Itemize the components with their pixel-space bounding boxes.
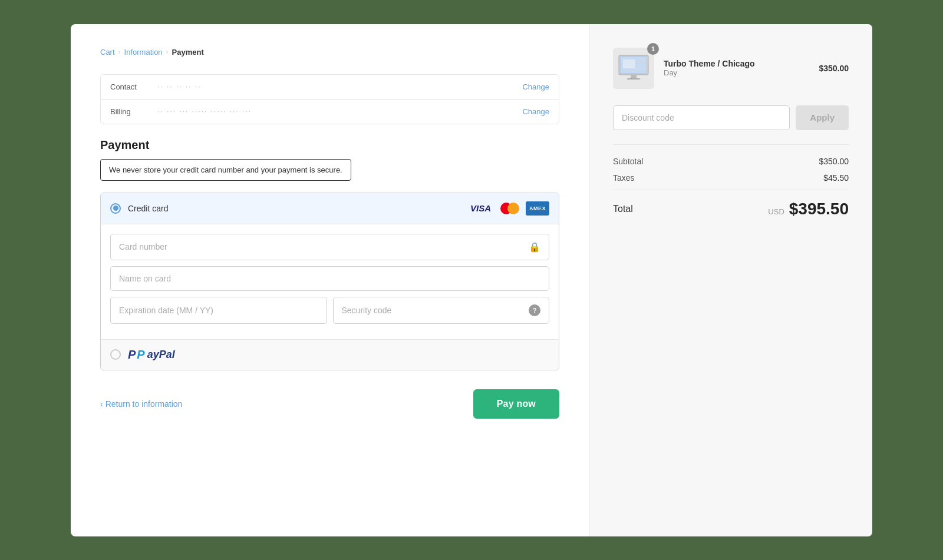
info-box: Contact ·· ·· ·· ·· ·· Change Billing ··… — [100, 74, 559, 124]
return-to-information-label: Return to information — [105, 399, 183, 409]
expiry-input[interactable] — [119, 306, 318, 315]
paypal-option[interactable]: P P ayPal — [101, 339, 559, 370]
paypal-radio[interactable] — [110, 349, 121, 360]
contact-change-link[interactable]: Change — [522, 82, 549, 91]
mastercard-logo — [497, 201, 522, 216]
svg-rect-6 — [636, 59, 645, 64]
right-panel: 1 Turbo Theme / Chicago Day $350.00 Appl… — [589, 24, 872, 536]
return-to-information-link[interactable]: ‹ Return to information — [100, 399, 182, 409]
svg-rect-3 — [631, 75, 637, 78]
total-row: Total USD $395.50 — [613, 200, 849, 218]
product-price: $350.00 — [819, 64, 849, 73]
left-footer: ‹ Return to information Pay now — [100, 389, 559, 419]
breadcrumb-current: Payment — [172, 48, 204, 57]
total-amount: $395.50 — [789, 200, 849, 218]
product-name: Turbo Theme / Chicago — [664, 59, 809, 68]
discount-row: Apply — [613, 105, 849, 130]
paypal-logo: P P ayPal — [128, 348, 175, 362]
product-info: Turbo Theme / Chicago Day — [664, 59, 809, 77]
breadcrumb-sep-1: › — [118, 48, 121, 56]
credit-card-option[interactable]: Credit card VISA AMEX — [101, 193, 559, 224]
mc-right-circle — [507, 203, 519, 214]
checkout-container: Cart › Information › Payment Contact ·· … — [71, 24, 872, 536]
product-row: 1 Turbo Theme / Chicago Day $350.00 — [613, 48, 849, 89]
breadcrumb: Cart › Information › Payment — [100, 48, 559, 57]
return-chevron-icon: ‹ — [100, 399, 103, 409]
product-image-svg — [616, 54, 651, 83]
visa-logo: VISA — [467, 201, 494, 216]
credit-card-fields: 🔒 ? — [101, 224, 559, 339]
billing-label: Billing — [110, 107, 157, 116]
contact-row: Contact ·· ·· ·· ·· ·· Change — [101, 75, 559, 100]
security-code-help-icon[interactable]: ? — [529, 304, 540, 316]
card-number-field[interactable]: 🔒 — [110, 234, 549, 260]
taxes-row: Taxes $45.50 — [613, 173, 849, 183]
total-label: Total — [613, 204, 633, 214]
expiry-field[interactable] — [110, 297, 327, 324]
billing-value: ·· ··· ··· ····· ····· ··· ··· — [157, 107, 522, 115]
product-variant: Day — [664, 68, 809, 77]
svg-rect-5 — [623, 59, 635, 68]
apply-button[interactable]: Apply — [796, 105, 849, 130]
breadcrumb-cart[interactable]: Cart — [100, 48, 115, 57]
lock-icon: 🔒 — [529, 241, 540, 253]
breadcrumb-information[interactable]: Information — [124, 48, 163, 57]
subtotal-label: Subtotal — [613, 157, 643, 166]
contact-value: ·· ·· ·· ·· ·· — [157, 82, 522, 91]
name-on-card-input[interactable] — [119, 274, 540, 283]
subtotal-amount: $350.00 — [819, 157, 849, 166]
payment-options: Credit card VISA AMEX 🔒 — [100, 193, 559, 370]
pay-now-button[interactable]: Pay now — [473, 389, 559, 419]
billing-change-link[interactable]: Change — [522, 107, 549, 116]
payment-title: Payment — [100, 138, 559, 152]
svg-rect-4 — [627, 78, 640, 79]
discount-code-input[interactable] — [613, 105, 790, 130]
amex-logo: AMEX — [526, 201, 549, 216]
paypal-text: ayPal — [147, 349, 175, 361]
security-code-input[interactable] — [342, 306, 529, 315]
credit-card-label: Credit card — [128, 204, 460, 213]
expiry-security-row: ? — [110, 297, 549, 330]
credit-card-radio[interactable] — [110, 203, 121, 214]
card-number-input[interactable] — [119, 242, 524, 251]
paypal-p-icon: P — [128, 348, 136, 362]
breadcrumb-sep-2: › — [166, 48, 169, 56]
product-badge: 1 — [647, 43, 659, 55]
paypal-p2-icon: P — [137, 348, 144, 362]
billing-row: Billing ·· ··· ··· ····· ····· ··· ··· C… — [101, 100, 559, 124]
order-summary: Subtotal $350.00 Taxes $45.50 Total USD … — [613, 144, 849, 218]
taxes-amount: $45.50 — [823, 173, 849, 183]
security-code-field[interactable]: ? — [333, 297, 550, 324]
total-amount-wrap: USD $395.50 — [768, 200, 849, 218]
name-on-card-field[interactable] — [110, 266, 549, 291]
secure-notice: We never store your credit card number a… — [100, 159, 351, 181]
product-image — [613, 48, 654, 89]
contact-label: Contact — [110, 82, 157, 91]
card-logos: VISA AMEX — [467, 201, 549, 216]
left-panel: Cart › Information › Payment Contact ·· … — [71, 24, 589, 536]
taxes-label: Taxes — [613, 173, 635, 183]
subtotal-row: Subtotal $350.00 — [613, 157, 849, 166]
product-image-wrap: 1 — [613, 48, 654, 89]
total-currency: USD — [768, 207, 784, 216]
summary-divider — [613, 190, 849, 190]
